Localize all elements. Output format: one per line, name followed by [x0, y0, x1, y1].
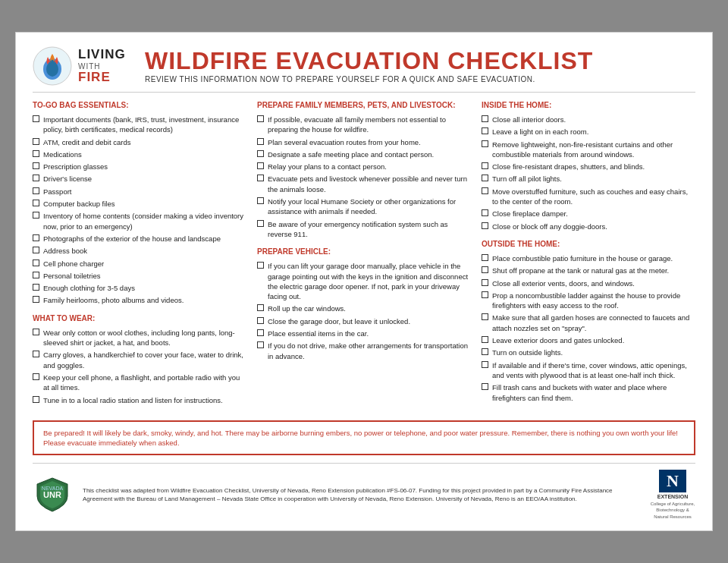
section-outside: OUTSIDE THE HOME: Place combustible pati…: [482, 239, 695, 403]
item-text: Inventory of home contents (consider mak…: [43, 211, 246, 231]
page: LIVING WITH FIRE WILDFIRE EVACUATION CHE…: [15, 32, 713, 531]
list-item: Medications: [33, 149, 246, 159]
list-item: Address book: [33, 246, 246, 256]
list-item: Personal toiletries: [33, 271, 246, 281]
checkbox-icon: [33, 396, 39, 403]
checkbox-icon: [482, 383, 488, 390]
list-item: Designate a safe meeting place and conta…: [257, 149, 471, 159]
checkbox-icon: [482, 336, 488, 343]
list-item: Cell phone charger: [33, 259, 246, 269]
checkbox-icon: [33, 150, 39, 157]
item-text: Place combustible patio furniture in the…: [492, 253, 695, 263]
item-text: Move overstuffed furniture, such as couc…: [492, 187, 695, 207]
header-title: WILDFIRE EVACUATION CHECKLIST REVIEW THI…: [145, 49, 695, 83]
checkbox-icon: [482, 127, 488, 134]
list-item: Close all interior doors.: [482, 115, 695, 124]
list-item: Move overstuffed furniture, such as couc…: [482, 187, 695, 207]
checkbox-icon: [482, 175, 488, 181]
togobag-title: TO-GO BAG ESSENTIALS:: [33, 100, 246, 111]
logo-fire-text: FIRE: [78, 71, 126, 85]
family-list: If possible, evacuate all family members…: [257, 115, 471, 239]
checkbox-icon: [482, 313, 488, 320]
list-item: Inventory of home contents (consider mak…: [33, 211, 246, 231]
item-text: Wear only cotton or wool clothes, includ…: [43, 328, 246, 348]
checkbox-icon: [257, 262, 264, 269]
item-text: Shut off propane at the tank or natural …: [492, 266, 695, 275]
checkbox-icon: [33, 329, 39, 335]
item-text: Important documents (bank, IRS, trust, i…: [43, 115, 246, 135]
section-vehicle: PREPARE VEHICLE: If you can lift your ga…: [257, 247, 471, 361]
checkbox-icon: [482, 291, 488, 298]
footer-text: This checklist was adapted from Wildfire…: [83, 486, 639, 503]
item-text: Prop a noncombustible ladder against the…: [492, 291, 695, 311]
list-item: If possible, evacuate all family members…: [257, 115, 471, 135]
col-togobag: TO-GO BAG ESSENTIALS: Important document…: [33, 100, 246, 413]
checkbox-icon: [33, 284, 39, 291]
list-item: Close fireplace damper.: [482, 209, 695, 219]
ext-label: EXTENSION College of Agriculture,Biotech…: [650, 494, 695, 520]
inside-list: Close all interior doors.Leave a light o…: [482, 115, 695, 231]
item-text: Driver's license: [43, 174, 246, 184]
item-text: Remove lightweight, non-fire-resistant c…: [492, 140, 695, 160]
checkbox-icon: [257, 197, 264, 204]
checkbox-icon: [482, 348, 488, 355]
list-item: Close or block off any doggie-doors.: [482, 222, 695, 231]
item-text: Designate a safe meeting place and conta…: [268, 149, 471, 159]
item-text: Family heirlooms, photo albums and video…: [43, 295, 246, 305]
list-item: Turn on outside lights.: [482, 348, 695, 357]
warning-box: Be prepared! It will likely be dark, smo…: [33, 420, 695, 456]
item-text: If available and if there's time, cover …: [492, 360, 695, 381]
list-item: Turn off all pilot lights.: [482, 174, 695, 184]
item-text: Address book: [43, 246, 246, 256]
list-item: If you can lift your garage door manuall…: [257, 261, 471, 301]
item-text: If you can lift your garage door manuall…: [268, 261, 471, 301]
list-item: Be aware of your emergency notification …: [257, 219, 471, 240]
checkbox-icon: [482, 187, 488, 194]
svg-text:NEVADA: NEVADA: [42, 486, 64, 491]
checkbox-icon: [257, 162, 264, 169]
checkbox-icon: [257, 220, 264, 227]
list-item: Family heirlooms, photo albums and video…: [33, 295, 246, 305]
item-text: If you do not drive, make other arrangem…: [268, 341, 471, 361]
checkbox-icon: [482, 266, 488, 273]
item-text: Prescription glasses: [43, 162, 246, 171]
list-item: Close all exterior vents, doors, and win…: [482, 278, 695, 288]
outside-title: OUTSIDE THE HOME:: [482, 239, 695, 250]
item-text: Fill trash cans and buckets with water a…: [492, 382, 695, 403]
section-togobag: TO-GO BAG ESSENTIALS: Important document…: [33, 100, 246, 306]
list-item: Computer backup files: [33, 199, 246, 209]
ext-sub: College of Agriculture,Biotechnology & N…: [651, 502, 695, 519]
vehicle-list: If you can lift your garage door manuall…: [257, 261, 471, 361]
list-item: Fill trash cans and buckets with water a…: [482, 382, 695, 403]
checkbox-icon: [257, 150, 264, 157]
item-text: Computer backup files: [43, 199, 246, 209]
list-item: Close fire-resistant drapes, shutters, a…: [482, 162, 695, 171]
list-item: Make sure that all garden hoses are conn…: [482, 313, 695, 333]
item-text: Relay your plans to a contact person.: [268, 162, 471, 171]
header: LIVING WITH FIRE WILDFIRE EVACUATION CHE…: [33, 46, 695, 93]
section-inside: INSIDE THE HOME: Close all interior door…: [482, 100, 695, 231]
footer-logo-icon: UNR NEVADA: [33, 475, 72, 514]
col-home: INSIDE THE HOME: Close all interior door…: [482, 100, 695, 413]
list-item: Roll up the car windows.: [257, 304, 471, 313]
list-item: Photographs of the exterior of the house…: [33, 234, 246, 244]
item-text: Turn off all pilot lights.: [492, 174, 695, 184]
footer-description: This checklist was adapted from Wildfire…: [83, 487, 613, 502]
item-text: Close or block off any doggie-doors.: [492, 222, 695, 231]
item-text: Evacuate pets and livestock whenever pos…: [268, 174, 471, 194]
warning-text: Be prepared! It will likely be dark, smo…: [43, 429, 678, 447]
item-text: Close fireplace damper.: [492, 209, 695, 219]
item-text: Close all interior doors.: [492, 115, 695, 124]
list-item: Prop a noncombustible ladder against the…: [482, 291, 695, 311]
item-text: Turn on outside lights.: [492, 348, 695, 357]
list-item: Wear only cotton or wool clothes, includ…: [33, 328, 246, 348]
item-text: Carry gloves, a handkerchief to cover yo…: [43, 350, 246, 370]
list-item: Place combustible patio furniture in the…: [482, 253, 695, 263]
list-item: Keep your cell phone, a flashlight, and …: [33, 373, 246, 393]
logo-living-text: LIVING: [78, 48, 126, 62]
checkbox-icon: [257, 138, 264, 145]
checkbox-icon: [33, 373, 39, 380]
item-text: Close fire-resistant drapes, shutters, a…: [492, 162, 695, 171]
logo-with-text: WITH: [78, 62, 126, 71]
list-item: Leave exterior doors and gates unlocked.: [482, 335, 695, 345]
